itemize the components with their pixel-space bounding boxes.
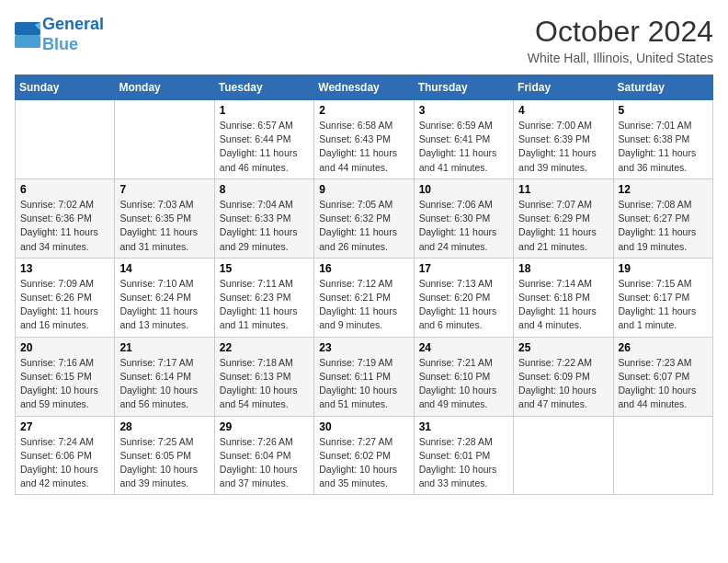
day-info: Sunrise: 7:18 AMSunset: 6:13 PMDaylight:… [220, 356, 309, 412]
day-info: Sunrise: 7:21 AMSunset: 6:10 PMDaylight:… [419, 356, 508, 412]
calendar-cell: 5Sunrise: 7:01 AMSunset: 6:38 PMDaylight… [613, 100, 712, 179]
day-number: 11 [518, 183, 608, 196]
calendar-cell: 15Sunrise: 7:11 AMSunset: 6:23 PMDayligh… [214, 258, 313, 337]
calendar-week-row: 13Sunrise: 7:09 AMSunset: 6:26 PMDayligh… [16, 258, 713, 337]
calendar-cell: 7Sunrise: 7:03 AMSunset: 6:35 PMDaylight… [115, 178, 214, 258]
weekday-header: Sunday [16, 75, 115, 100]
day-info: Sunrise: 7:25 AMSunset: 6:05 PMDaylight:… [119, 435, 209, 491]
weekday-header-row: SundayMondayTuesdayWednesdayThursdayFrid… [16, 75, 713, 100]
calendar-cell: 16Sunrise: 7:12 AMSunset: 6:21 PMDayligh… [314, 258, 414, 337]
calendar-cell: 26Sunrise: 7:23 AMSunset: 6:07 PMDayligh… [613, 337, 712, 416]
calendar-table: SundayMondayTuesdayWednesdayThursdayFrid… [15, 75, 713, 495]
day-info: Sunrise: 7:12 AMSunset: 6:21 PMDaylight:… [319, 277, 408, 333]
calendar-cell: 29Sunrise: 7:26 AMSunset: 6:04 PMDayligh… [214, 416, 313, 495]
calendar-cell: 10Sunrise: 7:06 AMSunset: 6:30 PMDayligh… [414, 178, 513, 258]
calendar-cell [514, 416, 613, 495]
day-number: 12 [619, 183, 708, 196]
day-info: Sunrise: 7:07 AMSunset: 6:29 PMDaylight:… [518, 198, 608, 254]
day-info: Sunrise: 7:19 AMSunset: 6:11 PMDaylight:… [319, 356, 408, 412]
day-info: Sunrise: 7:24 AMSunset: 6:06 PMDaylight:… [20, 435, 109, 491]
calendar-cell: 1Sunrise: 6:57 AMSunset: 6:44 PMDaylight… [214, 100, 313, 179]
calendar-cell: 25Sunrise: 7:22 AMSunset: 6:09 PMDayligh… [514, 337, 613, 416]
day-number: 1 [220, 104, 309, 117]
day-number: 30 [319, 420, 408, 433]
day-number: 18 [518, 262, 608, 275]
calendar-cell [613, 416, 712, 495]
day-number: 27 [20, 420, 109, 433]
day-info: Sunrise: 7:01 AMSunset: 6:38 PMDaylight:… [619, 119, 708, 175]
day-info: Sunrise: 7:17 AMSunset: 6:14 PMDaylight:… [119, 356, 209, 412]
calendar-cell: 14Sunrise: 7:10 AMSunset: 6:24 PMDayligh… [115, 258, 214, 337]
calendar-cell: 11Sunrise: 7:07 AMSunset: 6:29 PMDayligh… [514, 178, 613, 258]
calendar-week-row: 6Sunrise: 7:02 AMSunset: 6:36 PMDaylight… [16, 178, 713, 258]
calendar-cell: 9Sunrise: 7:05 AMSunset: 6:32 PMDaylight… [314, 178, 414, 258]
day-number: 26 [619, 341, 708, 354]
calendar-cell [115, 100, 214, 179]
calendar-cell: 22Sunrise: 7:18 AMSunset: 6:13 PMDayligh… [214, 337, 313, 416]
svg-rect-0 [15, 22, 40, 35]
day-info: Sunrise: 7:27 AMSunset: 6:02 PMDaylight:… [319, 435, 408, 491]
day-info: Sunrise: 7:22 AMSunset: 6:09 PMDaylight:… [518, 356, 608, 412]
day-info: Sunrise: 7:02 AMSunset: 6:36 PMDaylight:… [20, 198, 109, 254]
calendar-cell: 18Sunrise: 7:14 AMSunset: 6:18 PMDayligh… [514, 258, 613, 337]
calendar-cell: 20Sunrise: 7:16 AMSunset: 6:15 PMDayligh… [16, 337, 115, 416]
day-info: Sunrise: 7:23 AMSunset: 6:07 PMDaylight:… [619, 356, 708, 412]
day-number: 14 [119, 262, 209, 275]
day-info: Sunrise: 7:14 AMSunset: 6:18 PMDaylight:… [518, 277, 608, 333]
calendar-week-row: 20Sunrise: 7:16 AMSunset: 6:15 PMDayligh… [16, 337, 713, 416]
weekday-header: Wednesday [314, 75, 414, 100]
day-number: 22 [220, 341, 309, 354]
day-number: 31 [419, 420, 508, 433]
weekday-header: Saturday [613, 75, 712, 100]
calendar-cell: 19Sunrise: 7:15 AMSunset: 6:17 PMDayligh… [613, 258, 712, 337]
weekday-header: Monday [115, 75, 214, 100]
day-info: Sunrise: 7:16 AMSunset: 6:15 PMDaylight:… [20, 356, 109, 412]
day-info: Sunrise: 7:09 AMSunset: 6:26 PMDaylight:… [20, 277, 109, 333]
calendar-cell: 23Sunrise: 7:19 AMSunset: 6:11 PMDayligh… [314, 337, 414, 416]
day-info: Sunrise: 6:59 AMSunset: 6:41 PMDaylight:… [419, 119, 508, 175]
day-number: 29 [220, 420, 309, 433]
day-number: 9 [319, 183, 408, 196]
day-info: Sunrise: 7:06 AMSunset: 6:30 PMDaylight:… [419, 198, 508, 254]
calendar-cell [16, 100, 115, 179]
calendar-cell: 4Sunrise: 7:00 AMSunset: 6:39 PMDaylight… [514, 100, 613, 179]
month-title: October 2024 [528, 15, 713, 49]
calendar-cell: 21Sunrise: 7:17 AMSunset: 6:14 PMDayligh… [115, 337, 214, 416]
calendar-cell: 12Sunrise: 7:08 AMSunset: 6:27 PMDayligh… [613, 178, 712, 258]
calendar-cell: 3Sunrise: 6:59 AMSunset: 6:41 PMDaylight… [414, 100, 513, 179]
day-number: 25 [518, 341, 608, 354]
calendar-cell: 24Sunrise: 7:21 AMSunset: 6:10 PMDayligh… [414, 337, 513, 416]
weekday-header: Friday [514, 75, 613, 100]
calendar-cell: 8Sunrise: 7:04 AMSunset: 6:33 PMDaylight… [214, 178, 313, 258]
day-number: 6 [20, 183, 109, 196]
day-info: Sunrise: 6:58 AMSunset: 6:43 PMDaylight:… [319, 119, 408, 175]
day-info: Sunrise: 7:00 AMSunset: 6:39 PMDaylight:… [518, 119, 608, 175]
day-number: 7 [119, 183, 209, 196]
day-number: 5 [619, 104, 708, 117]
day-number: 2 [319, 104, 408, 117]
day-number: 20 [20, 341, 109, 354]
calendar-cell: 17Sunrise: 7:13 AMSunset: 6:20 PMDayligh… [414, 258, 513, 337]
day-number: 15 [220, 262, 309, 275]
page-header: General Blue October 2024 White Hall, Il… [15, 15, 713, 65]
weekday-header: Tuesday [214, 75, 313, 100]
day-info: Sunrise: 6:57 AMSunset: 6:44 PMDaylight:… [220, 119, 309, 175]
day-number: 17 [419, 262, 508, 275]
day-number: 3 [419, 104, 508, 117]
day-number: 19 [619, 262, 708, 275]
day-info: Sunrise: 7:26 AMSunset: 6:04 PMDaylight:… [220, 435, 309, 491]
day-info: Sunrise: 7:04 AMSunset: 6:33 PMDaylight:… [220, 198, 309, 254]
day-info: Sunrise: 7:11 AMSunset: 6:23 PMDaylight:… [220, 277, 309, 333]
day-info: Sunrise: 7:05 AMSunset: 6:32 PMDaylight:… [319, 198, 408, 254]
day-number: 28 [119, 420, 209, 433]
calendar-cell: 27Sunrise: 7:24 AMSunset: 6:06 PMDayligh… [16, 416, 115, 495]
calendar-cell: 13Sunrise: 7:09 AMSunset: 6:26 PMDayligh… [16, 258, 115, 337]
day-number: 4 [518, 104, 608, 117]
calendar-cell: 6Sunrise: 7:02 AMSunset: 6:36 PMDaylight… [16, 178, 115, 258]
location-title: White Hall, Illinois, United States [528, 51, 713, 65]
logo: General Blue [15, 15, 104, 54]
calendar-cell: 28Sunrise: 7:25 AMSunset: 6:05 PMDayligh… [115, 416, 214, 495]
title-section: October 2024 White Hall, Illinois, Unite… [528, 15, 713, 65]
logo-text: General Blue [42, 15, 104, 54]
day-info: Sunrise: 7:10 AMSunset: 6:24 PMDaylight:… [119, 277, 209, 333]
